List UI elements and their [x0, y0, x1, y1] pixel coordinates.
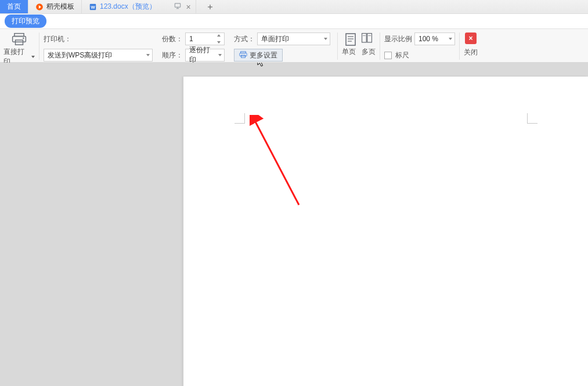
- direct-print-group: 直接打印: [3, 31, 35, 67]
- zoom-value: 100 %: [419, 35, 438, 43]
- svg-rect-19: [362, 34, 367, 42]
- ruler-checkbox[interactable]: [384, 52, 392, 59]
- order-value: 逐份打印: [189, 45, 214, 65]
- word-doc-icon: W: [89, 3, 97, 11]
- tab-home-label: 首页: [7, 2, 21, 12]
- present-icon[interactable]: [174, 2, 182, 12]
- new-tab-button[interactable]: [202, 0, 218, 13]
- zoom-label: 显示比例: [384, 34, 412, 44]
- tab-docker-template[interactable]: 稻壳模板: [28, 0, 82, 13]
- printer-icon[interactable]: [12, 33, 27, 45]
- printer-value: 发送到WPS高级打印: [48, 50, 112, 60]
- zoom-select[interactable]: 100 %: [414, 33, 455, 45]
- print-preview-chip-row: 打印预览: [0, 14, 588, 29]
- side-select[interactable]: 单面打印: [257, 33, 330, 45]
- close-icon: ×: [468, 34, 472, 42]
- page-view-group: 单页 多页: [342, 31, 376, 57]
- tab-doc-suffix: （预览）: [128, 2, 156, 10]
- tab-doc-filename: 123.docx: [100, 2, 128, 10]
- tab-docker-template-label: 稻壳模板: [46, 2, 74, 12]
- tab-strip: 首页 稻壳模板 W 123.docx（预览） ×: [0, 0, 588, 14]
- copies-order-group: 份数： 1 顺序： 逐份打印: [162, 31, 225, 62]
- svg-rect-9: [13, 37, 26, 42]
- chevron-down-icon: [449, 38, 452, 40]
- side-more-group: 方式： 单面打印 更多设置: [234, 31, 330, 62]
- print-preview-toolbar: 直接打印 打印机： 发送到WPS高级打印 份数： 1 顺序：: [0, 29, 588, 63]
- close-tab-icon[interactable]: ×: [186, 2, 191, 12]
- svg-rect-13: [240, 53, 247, 56]
- svg-text:W: W: [91, 4, 95, 9]
- ruler-label: 标尺: [395, 50, 409, 60]
- crop-mark-top-right: [527, 113, 538, 124]
- copies-label: 份数：: [162, 34, 183, 44]
- docker-template-icon: [35, 3, 44, 11]
- close-preview-button[interactable]: ×: [465, 33, 477, 44]
- side-label: 方式：: [234, 34, 255, 44]
- order-select[interactable]: 逐份打印: [185, 49, 225, 62]
- more-settings-button[interactable]: 更多设置: [234, 49, 283, 62]
- settings-printer-icon: [239, 50, 247, 60]
- single-page-label[interactable]: 单页: [342, 47, 356, 57]
- cursor-icon: [257, 63, 266, 68]
- svg-rect-20: [367, 34, 372, 42]
- svg-rect-10: [16, 40, 23, 45]
- tab-home[interactable]: 首页: [0, 0, 28, 13]
- zoom-ruler-group: 显示比例 100 % 标尺: [384, 31, 455, 62]
- svg-point-11: [23, 38, 24, 39]
- multi-page-label[interactable]: 多页: [362, 47, 376, 57]
- tab-doc-title: 123.docx（预览）: [100, 2, 156, 12]
- printer-group: 打印机： 发送到WPS高级打印: [44, 31, 153, 62]
- copies-input[interactable]: 1: [185, 33, 225, 45]
- tab-doc[interactable]: W 123.docx（预览） ×: [82, 0, 196, 13]
- page-preview: [183, 77, 588, 386]
- more-settings-label: 更多设置: [250, 50, 277, 60]
- tab-actions: ×: [174, 0, 191, 13]
- svg-rect-3: [175, 3, 180, 7]
- crop-mark-top-left: [235, 113, 245, 124]
- order-label: 顺序：: [162, 50, 183, 60]
- multi-page-icon[interactable]: [361, 33, 373, 45]
- printer-label: 打印机：: [44, 34, 71, 44]
- svg-rect-8: [15, 34, 24, 37]
- svg-rect-15: [346, 34, 355, 45]
- chevron-down-icon: [146, 54, 150, 56]
- copies-spinner[interactable]: [217, 34, 223, 44]
- copies-value: 1: [189, 35, 193, 43]
- preview-stage[interactable]: [0, 63, 588, 386]
- chevron-down-icon: [324, 38, 327, 40]
- close-label[interactable]: 关闭: [464, 48, 478, 57]
- print-preview-chip[interactable]: 打印预览: [5, 15, 46, 28]
- single-page-icon[interactable]: [345, 33, 356, 45]
- chevron-down-icon: [31, 56, 35, 58]
- side-value: 单面打印: [261, 34, 289, 44]
- close-group: × 关闭: [464, 31, 478, 57]
- chevron-down-icon: [218, 54, 222, 56]
- printer-select[interactable]: 发送到WPS高级打印: [44, 49, 153, 62]
